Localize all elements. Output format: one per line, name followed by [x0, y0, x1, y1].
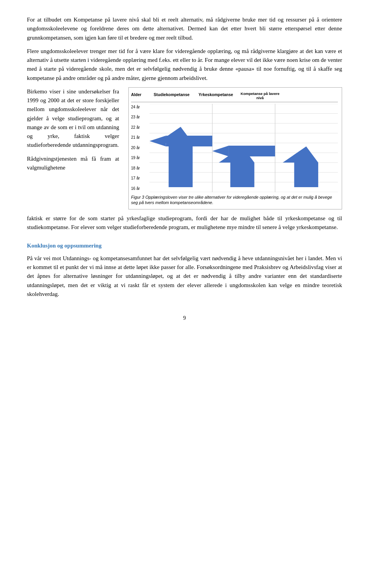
chart-body: 24 år 23 år 22 år 21 år 20 år 19 år 18 å…	[131, 104, 338, 192]
paragraph-2: Flere ungdomsskoleelever trenger mer tid…	[27, 47, 342, 83]
left-column: Birkemo viser i sine undersøkelser fra 1…	[27, 87, 119, 177]
figure-caption: Figur 3 Opplæringsloven viser tre ulike …	[131, 194, 338, 206]
svg-rect-12	[169, 143, 193, 187]
header-alder: Alder	[131, 91, 150, 100]
right-column-chart: Alder Studiekompetanse Yrkeskompetanse K…	[128, 87, 342, 209]
header-yrkes: Yrkeskompetanse	[194, 91, 238, 100]
chart-header: Alder Studiekompetanse Yrkeskompetanse K…	[131, 91, 338, 102]
raadgivning-paragraph: Rådgivningstjenesten må få fram at valgm…	[27, 154, 119, 173]
page-number: 9	[27, 314, 342, 322]
header-studie: Studiekompetanse	[150, 91, 194, 100]
age-17: 17 år	[131, 176, 150, 180]
chart-arrows-svg	[150, 104, 338, 192]
svg-marker-17	[150, 136, 166, 146]
chart-age-labels: 24 år 23 år 22 år 21 år 20 år 19 år 18 å…	[131, 104, 150, 192]
age-18: 18 år	[131, 166, 150, 170]
age-19: 19 år	[131, 156, 150, 160]
paragraph-konklusjon: På vår vei mot Utdannings- og kompetanse…	[27, 254, 342, 299]
chart-zones	[150, 104, 338, 192]
header-kompetanse: Kompetanse på lavere nivå	[238, 91, 282, 100]
svg-marker-21	[212, 146, 229, 156]
konklusjon-heading: Konklusjon og oppsummering	[27, 241, 342, 250]
age-21: 21 år	[131, 136, 150, 140]
competence-chart: Alder Studiekompetanse Yrkeskompetanse K…	[128, 87, 342, 209]
age-23: 23 år	[131, 115, 150, 119]
age-16: 16 år	[131, 187, 150, 191]
age-24: 24 år	[131, 105, 150, 109]
paragraph-valgmuligheter: faktisk er større for de som starter på …	[27, 214, 342, 232]
svg-rect-16	[166, 136, 213, 146]
svg-rect-20	[229, 146, 275, 156]
svg-rect-14	[230, 163, 254, 187]
paragraph-1: For at tilbudet om Kompetanse på lavere …	[27, 15, 342, 42]
age-22: 22 år	[131, 126, 150, 130]
main-content: For at tilbudet om Kompetanse på lavere …	[27, 15, 342, 322]
age-20: 20 år	[131, 146, 150, 150]
svg-rect-18	[294, 163, 318, 187]
two-column-section: Birkemo viser i sine undersøkelser fra 1…	[27, 87, 342, 209]
svg-marker-19	[283, 146, 318, 163]
birkemo-paragraph: Birkemo viser i sine undersøkelser fra 1…	[27, 87, 119, 150]
